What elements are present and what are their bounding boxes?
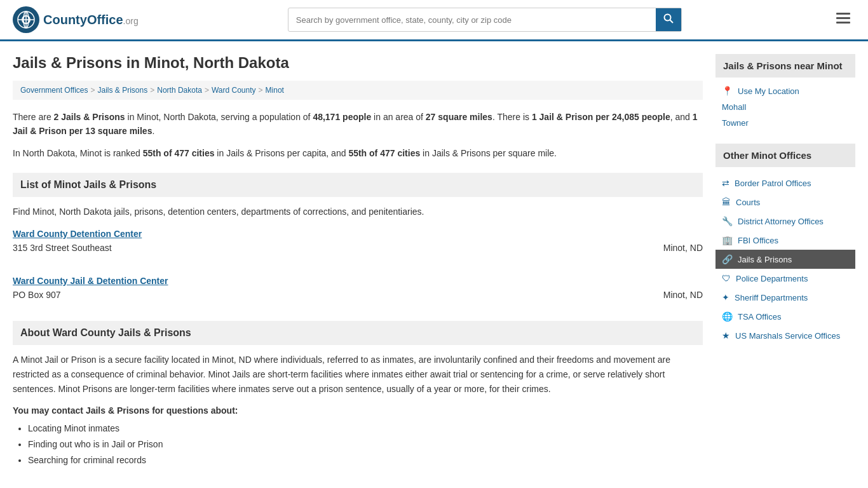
office-link-icon-3: 🏢 [722, 235, 733, 245]
location-pin-icon: 📍 [722, 86, 733, 96]
office-link-label-5: Police Departments [736, 274, 808, 283]
menu-button[interactable] [831, 9, 855, 30]
site-header: CountyOffice.org [0, 0, 868, 41]
breadcrumb-county[interactable]: Ward County [212, 86, 256, 95]
breadcrumb-gov-offices[interactable]: Government Offices [20, 86, 88, 95]
nearby-city-1-link[interactable]: Mohall [722, 102, 746, 112]
svg-point-5 [664, 15, 670, 21]
office-link-icon-7: 🌐 [722, 311, 733, 322]
sidebar-office-link-6[interactable]: ✦Sheriff Departments [715, 288, 855, 307]
sidebar-office-links: ⇄Border Patrol Offices🏛Courts🔧District A… [715, 173, 855, 345]
sidebar: Jails & Prisons near Minot 📍 Use My Loca… [715, 54, 855, 468]
stats-paragraph-2: In North Dakota, Minot is ranked 55th of… [13, 146, 703, 160]
sidebar-office-link-7[interactable]: 🌐TSA Offices [715, 307, 855, 326]
list-description: Find Minot, North Dakota jails, prisons,… [13, 205, 703, 219]
content-area: Jails & Prisons in Minot, North Dakota G… [13, 54, 703, 468]
sidebar-office-link-0[interactable]: ⇄Border Patrol Offices [715, 173, 855, 193]
svg-rect-9 [836, 22, 850, 24]
stats-paragraph-1: There are 2 Jails & Prisons in Minot, No… [13, 110, 703, 139]
sidebar-nearby-section: Jails & Prisons near Minot 📍 Use My Loca… [715, 54, 855, 131]
about-description: A Minot Jail or Prison is a secure facil… [13, 353, 703, 396]
breadcrumb-city[interactable]: Minot [266, 86, 284, 95]
office-link-icon-1: 🏛 [722, 197, 731, 207]
sidebar-office-link-2[interactable]: 🔧District Attorney Offices [715, 212, 855, 231]
logo[interactable]: CountyOffice.org [13, 6, 139, 33]
office-link-label-7: TSA Offices [738, 312, 781, 322]
sidebar-nearby-towner[interactable]: Towner [715, 115, 855, 131]
sidebar-office-link-3[interactable]: 🏢FBI Offices [715, 231, 855, 250]
office-link-label-2: District Attorney Offices [738, 217, 824, 226]
sidebar-nearby-title: Jails & Prisons near Minot [715, 54, 855, 78]
sidebar-office-link-4[interactable]: 🔗Jails & Prisons [715, 250, 855, 269]
facility-2-address: PO Box 907 [13, 290, 663, 300]
use-my-location-link[interactable]: Use My Location [738, 86, 799, 96]
office-link-label-6: Sheriff Departments [735, 293, 808, 302]
header-right [831, 9, 855, 30]
office-link-icon-2: 🔧 [722, 216, 733, 226]
office-link-icon-5: 🛡 [722, 273, 731, 283]
breadcrumb-state[interactable]: North Dakota [157, 86, 202, 95]
sidebar-use-location[interactable]: 📍 Use My Location [715, 83, 855, 99]
breadcrumb: Government Offices > Jails & Prisons > N… [13, 81, 703, 100]
office-link-label-0: Border Patrol Offices [735, 179, 811, 188]
main-container: Jails & Prisons in Minot, North Dakota G… [0, 41, 868, 481]
facility-1: Ward County Detention Center 315 3rd Str… [13, 227, 703, 261]
search-input[interactable] [288, 10, 656, 30]
office-link-icon-0: ⇄ [722, 178, 729, 188]
sidebar-office-link-5[interactable]: 🛡Police Departments [715, 269, 855, 288]
about-section-header: About Ward County Jails & Prisons [13, 321, 703, 345]
facility-2-city: Minot, ND [663, 290, 703, 300]
svg-line-6 [670, 20, 673, 24]
facility-1-address: 315 3rd Street Southeast [13, 243, 663, 253]
office-link-label-8: US Marshals Service Offices [735, 331, 840, 341]
bullet-1: Locating Minot inmates [28, 421, 703, 437]
sidebar-office-link-8[interactable]: ★US Marshals Service Offices [715, 326, 855, 345]
bullet-3: Searching for criminal records [28, 452, 703, 468]
breadcrumb-jails[interactable]: Jails & Prisons [98, 86, 148, 95]
svg-rect-8 [836, 17, 850, 19]
search-button[interactable] [656, 8, 681, 31]
office-link-icon-4: 🔗 [722, 254, 733, 264]
sidebar-office-link-1[interactable]: 🏛Courts [715, 193, 855, 212]
page-title: Jails & Prisons in Minot, North Dakota [13, 54, 703, 72]
office-link-label-4: Jails & Prisons [738, 255, 792, 264]
contact-header: You may contact Jails & Prisons for ques… [13, 405, 703, 416]
office-link-icon-6: ✦ [722, 292, 729, 302]
bullet-2: Finding out who is in Jail or Prison [28, 437, 703, 452]
sidebar-other-offices-title: Other Minot Offices [715, 144, 855, 167]
office-link-icon-8: ★ [722, 330, 730, 341]
contact-bullets: Locating Minot inmates Finding out who i… [13, 421, 703, 469]
office-link-label-1: Courts [736, 198, 760, 207]
nearby-city-2-link[interactable]: Towner [722, 118, 749, 128]
facility-2: Ward County Jail & Detention Center PO B… [13, 274, 703, 308]
search-bar [288, 8, 682, 32]
facility-2-name[interactable]: Ward County Jail & Detention Center [13, 276, 168, 286]
office-link-label-3: FBI Offices [738, 236, 778, 245]
list-section-header: List of Minot Jails & Prisons [13, 173, 703, 197]
facility-1-city: Minot, ND [663, 243, 703, 253]
svg-rect-7 [836, 13, 850, 15]
sidebar-nearby-mohall[interactable]: Mohall [715, 99, 855, 115]
logo-text: CountyOffice.org [43, 13, 139, 27]
logo-icon [13, 6, 39, 33]
facility-1-name[interactable]: Ward County Detention Center [13, 229, 142, 239]
